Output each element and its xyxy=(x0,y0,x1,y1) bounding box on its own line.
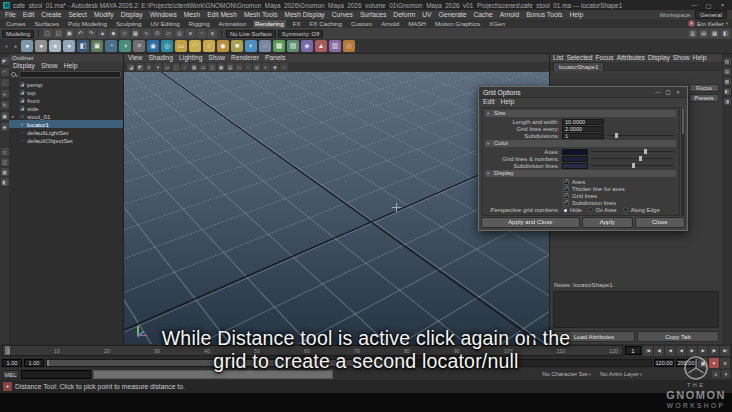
render-current-frame-icon[interactable]: ◔ xyxy=(105,40,117,52)
dialog-close-button[interactable]: × xyxy=(673,89,683,95)
shelf-tab[interactable]: FX Caching xyxy=(308,20,344,28)
blinn-material-icon[interactable]: ● xyxy=(49,40,61,52)
script-editor-icon[interactable]: ≡ xyxy=(712,370,720,378)
bookmarks-icon[interactable]: ▾ xyxy=(154,63,162,71)
snap-to-grid-icon[interactable]: ▦ xyxy=(131,29,140,38)
render-settings-status-icon[interactable]: ≡ xyxy=(208,29,217,38)
outliner-item[interactable]: ◪ front xyxy=(9,96,123,104)
arnold-ipr-icon[interactable]: ◎ xyxy=(161,40,173,52)
attribute-editor-menu-item[interactable]: Help xyxy=(693,54,707,62)
section-display[interactable]: Display xyxy=(485,170,676,177)
menu-set-selector[interactable]: Modeling xyxy=(2,30,34,38)
render-settings-icon[interactable]: ≡ xyxy=(133,40,145,52)
attribute-editor-menu-item[interactable]: Focus xyxy=(595,54,613,62)
sidebar-tool-settings-icon[interactable]: ▦ xyxy=(710,29,719,38)
shelf-tab[interactable]: Rendering xyxy=(253,20,286,28)
menu-item[interactable]: Arnold xyxy=(500,11,519,18)
select-hierarchy-mode-icon[interactable]: ▲ xyxy=(98,29,107,38)
grid-lines-every-field[interactable]: 2.0000 xyxy=(562,126,604,132)
isolate-select-icon[interactable]: ◎ xyxy=(253,63,261,71)
make-live-icon[interactable]: ◎ xyxy=(175,29,184,38)
place-2d-texture-icon[interactable]: ▧ xyxy=(287,40,299,52)
perspective-on-axes-radio[interactable] xyxy=(588,207,593,212)
perspective-hide-radio[interactable] xyxy=(562,207,567,212)
shelf-tab[interactable]: FX xyxy=(291,20,303,28)
grid-lines-color-slider[interactable] xyxy=(591,155,676,162)
maximize-button[interactable]: ▢ xyxy=(702,2,715,9)
playback-end-field[interactable]: 120.00 xyxy=(654,359,674,367)
outliner-search-input[interactable] xyxy=(19,71,121,78)
ipr-render-icon[interactable]: ◑ xyxy=(119,40,131,52)
auto-keyframe-toggle-icon[interactable]: ● xyxy=(709,358,719,368)
expand-arrow-icon[interactable]: ▸ xyxy=(12,114,17,119)
dialog-titlebar[interactable]: Grid Options —▢× xyxy=(479,87,687,98)
section-color[interactable]: Color xyxy=(485,140,676,147)
shelf-options-icon[interactable]: ★ xyxy=(12,44,19,49)
workspace-value[interactable]: General xyxy=(695,10,727,19)
menu-item[interactable]: Curves xyxy=(332,11,353,18)
dialog-maximize-button[interactable]: ▢ xyxy=(663,89,673,95)
viewport-menu-item[interactable]: Show xyxy=(208,54,225,62)
viewport-menu-item[interactable]: Shading xyxy=(148,54,173,62)
atmosphere-volume-icon[interactable]: ◌ xyxy=(259,40,271,52)
modeling-toolkit-icon[interactable]: ◧ xyxy=(724,88,731,95)
lighting-toggle-icon[interactable]: ○ xyxy=(280,63,288,71)
scale-tool-icon[interactable]: ▣ xyxy=(1,112,9,120)
dialog-minimize-button[interactable]: — xyxy=(653,89,663,95)
dialog-button[interactable]: Apply and Close xyxy=(481,217,580,228)
phong-material-icon[interactable]: ● xyxy=(63,40,75,52)
step-back-frame-button[interactable]: ◀ xyxy=(665,346,675,356)
lasso-tool-icon[interactable]: ◠ xyxy=(1,68,9,76)
menu-item[interactable]: Modify xyxy=(94,11,114,18)
outliner-menu-item[interactable]: Display xyxy=(13,62,35,70)
shelf-tab[interactable]: Custom xyxy=(349,20,374,28)
go-to-end-button[interactable]: ▶| xyxy=(720,346,730,356)
wireframe-on-shaded-icon[interactable]: ◈ xyxy=(271,63,279,71)
lock-camera-icon[interactable]: ◩ xyxy=(136,63,144,71)
menu-item[interactable]: Edit xyxy=(23,11,35,18)
select-camera-icon[interactable]: ◪ xyxy=(127,63,135,71)
physical-sky-icon[interactable]: ◐ xyxy=(245,40,257,52)
displacement-icon[interactable]: ▲ xyxy=(315,40,327,52)
shelf-tab[interactable]: MASH xyxy=(406,20,428,28)
attribute-editor-menu-item[interactable]: List xyxy=(553,54,563,62)
shelf-tab[interactable]: Animation xyxy=(217,20,249,28)
rotate-tool-icon[interactable]: ↻ xyxy=(1,101,9,109)
two-d-pan-zoom-icon[interactable]: ▢ xyxy=(172,63,180,71)
shelf-tab[interactable]: Rigging xyxy=(187,20,212,28)
shelf-tab[interactable]: Poly Modeling xyxy=(66,20,109,28)
axes-color-swatch[interactable] xyxy=(562,149,588,155)
construction-history-icon[interactable]: ≡ xyxy=(186,29,195,38)
outliner-item[interactable]: ▸ □ stool_01 xyxy=(9,112,123,120)
shelf-tab[interactable]: Motion Graphics xyxy=(433,20,482,28)
safe-action-icon[interactable]: □ xyxy=(235,63,243,71)
subdivisions-slider[interactable] xyxy=(607,132,676,139)
select-component-mode-icon[interactable]: ◇ xyxy=(120,29,129,38)
arnold-render-icon[interactable]: ◉ xyxy=(147,40,159,52)
subdivision-lines-checkbox[interactable] xyxy=(563,200,569,206)
thicker-line-checkbox[interactable] xyxy=(563,186,569,192)
viewport-menu-item[interactable]: Lighting xyxy=(179,54,202,62)
field-chart-icon[interactable]: ▤ xyxy=(226,63,234,71)
new-scene-icon[interactable]: ▢ xyxy=(43,29,52,38)
current-frame-field[interactable]: 1 xyxy=(625,346,641,355)
render-snapshot-icon[interactable]: ◇ xyxy=(343,40,355,52)
four-pane-layout-icon[interactable]: ▦ xyxy=(1,168,9,176)
step-forward-frame-button[interactable]: ▶ xyxy=(698,346,708,356)
menu-item[interactable]: Help xyxy=(569,11,583,18)
section-size[interactable]: Size xyxy=(485,110,676,117)
shelf-tab[interactable]: Surfaces xyxy=(33,20,61,28)
menu-item[interactable]: Mesh Tools xyxy=(244,11,278,18)
dialog-button[interactable]: Close xyxy=(635,217,686,228)
open-scene-icon[interactable]: ◱ xyxy=(54,29,63,38)
outliner-menu-item[interactable]: Show xyxy=(41,62,58,70)
image-plane-icon[interactable]: ▭ xyxy=(163,63,171,71)
attribute-editor-menu-item[interactable]: Selected xyxy=(566,54,592,62)
dialog-scrollbar[interactable] xyxy=(681,107,685,216)
last-tool-used-icon[interactable]: ◈ xyxy=(1,123,9,131)
account-menu[interactable]: A Em Keller ▾ xyxy=(688,20,728,27)
viewport-menu-item[interactable]: Panels xyxy=(265,54,285,62)
command-history-icon[interactable]: ▾ xyxy=(722,370,730,378)
hypershade-panel-icon[interactable]: ◨ xyxy=(724,98,731,105)
menu-item[interactable]: Edit Mesh xyxy=(207,11,237,18)
